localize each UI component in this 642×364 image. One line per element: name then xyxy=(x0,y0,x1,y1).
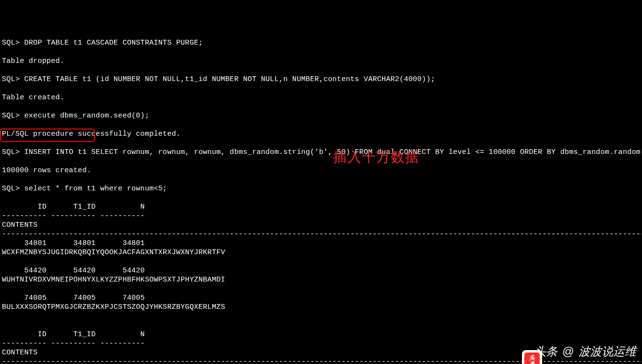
sql-output: PL/SQL procedure successfully completed. xyxy=(2,129,640,139)
blank-line xyxy=(2,120,640,129)
sql-command: SQL> DROP TABLE t1 CASCADE CONSTRAINTS P… xyxy=(2,38,640,47)
blank-line xyxy=(2,193,640,202)
terminal-output: SQL> DROP TABLE t1 CASCADE CONSTRAINTS P… xyxy=(2,38,640,364)
row-numbers: 54420 54420 54420 xyxy=(2,266,640,275)
svg-text:条: 条 xyxy=(529,361,536,364)
column-header: ID T1_ID N xyxy=(2,202,640,211)
sql-output: Table created. xyxy=(2,93,640,102)
blank-line xyxy=(2,47,640,57)
sql-command: SQL> execute dbms_random.seed(0); xyxy=(2,111,640,120)
sql-output: 100000 rows created. xyxy=(2,166,640,175)
toutiao-logo-icon: 头 条 xyxy=(509,341,530,361)
watermark: 头 条 头条 @波波说运维 xyxy=(509,341,636,361)
annotation-label: 插入十万数据 xyxy=(333,153,420,162)
sql-command: SQL> CREATE TABLE t1 (id NUMBER NOT NULL… xyxy=(2,75,640,84)
blank-line xyxy=(2,257,640,266)
blank-line xyxy=(2,157,640,166)
contents-rule: ----------------------------------------… xyxy=(2,230,640,239)
column-header: ID T1_ID N xyxy=(2,330,640,339)
sql-command: SQL> select * from t1 where rownum<5; xyxy=(2,184,640,193)
blank-line xyxy=(2,84,640,93)
sql-command: SQL> INSERT INTO t1 SELECT rownum, rownu… xyxy=(2,148,640,157)
watermark-at: @ xyxy=(562,347,574,356)
row-contents: WCXFMZNBYSJUGIDRKQBQIYQOOKJACFAGXNTXRXJW… xyxy=(2,248,640,257)
svg-text:头: 头 xyxy=(529,354,535,361)
blank-line xyxy=(2,175,640,184)
blank-line xyxy=(2,321,640,330)
blank-line xyxy=(2,66,640,75)
blank-line xyxy=(2,312,640,321)
blank-line xyxy=(2,139,640,148)
blank-line xyxy=(2,102,640,111)
watermark-name: 波波说运维 xyxy=(579,347,636,356)
contents-header: CONTENTS xyxy=(2,221,640,230)
sql-output: Table dropped. xyxy=(2,57,640,66)
row-numbers: 74005 74005 74005 xyxy=(2,294,640,303)
column-rule: ---------- ---------- ---------- xyxy=(2,211,640,221)
row-contents: WUHTNIVRDXVMNEIPOHNYXLKYZZPHBFHKSOWPSXTJ… xyxy=(2,275,640,284)
row-contents: BULXXXSORQTPMXGJCRZBZKXPJCSTSZOQJYHKSRZB… xyxy=(2,303,640,312)
row-numbers: 34801 34801 34801 xyxy=(2,239,640,248)
blank-line xyxy=(2,284,640,294)
